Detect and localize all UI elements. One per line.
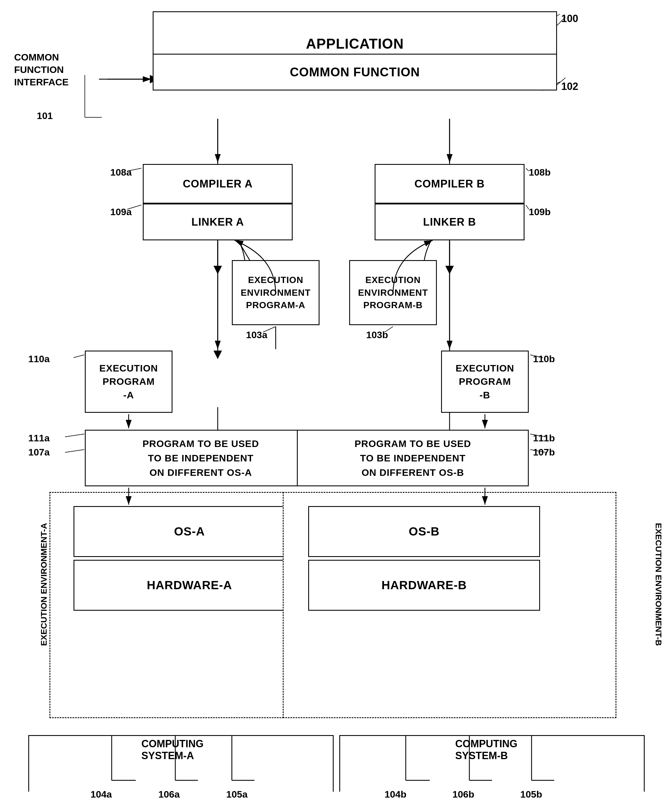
diagram: APPLICATION COMMON FUNCTION 100 102 COMM… [0,0,667,812]
ref-110b: 110b [533,353,555,365]
svg-line-69 [526,205,529,209]
linker-b-box: LINKER B [375,204,524,240]
svg-marker-8 [214,351,222,359]
svg-marker-5 [214,266,222,274]
ref-109b: 109b [529,206,551,217]
ref-104b: 104b [385,789,407,800]
hardware-b-box: HARDWARE-B [308,560,540,611]
computing-system-b-label: COMPUTINGSYSTEM-B [455,738,518,762]
os-a-box: OS-A [73,506,305,557]
exec-env-a-label: EXECUTION ENVIRONMENT-A [39,523,49,646]
ref-103a: 103a [246,330,267,340]
execution-prog-a-box: EXECUTIONPROGRAM-A [85,351,173,413]
ref-111b: 111b [533,433,555,444]
ref-109a: 109a [110,206,132,217]
ref-102: 102 [561,81,578,93]
ref-107a: 107a [28,447,50,458]
compiler-a-box: COMPILER A [143,164,293,204]
svg-line-68 [526,168,529,171]
hardware-a-box: HARDWARE-A [73,560,305,611]
exec-env-prog-a-box: EXECUTIONENVIRONMENTPROGRAM-A [232,260,320,325]
prog-independent-b-box: PROGRAM TO BE USEDTO BE INDEPENDENTON DI… [297,430,529,486]
svg-marker-10 [445,266,454,274]
ref-101: 101 [37,110,53,121]
common-function-box: COMMON FUNCTION [153,54,557,91]
linker-a-box: LINKER A [143,204,293,240]
ref-106a: 106a [158,789,180,800]
ref-110a: 110a [28,353,50,365]
svg-line-72 [65,434,84,437]
execution-prog-b-box: EXECUTIONPROGRAM-B [441,351,529,413]
ref-103b: 103b [366,330,388,340]
ref-105a: 105a [226,789,248,800]
ref-111a: 111a [28,433,50,444]
exec-env-b-label: EXECUTION ENVIRONMENT-B [654,523,663,646]
ref-108b: 108b [529,167,551,178]
ref-100: 100 [561,13,578,25]
ref-107b: 107b [533,447,555,458]
computing-system-a-label: COMPUTINGSYSTEM-A [141,738,204,762]
ref-106b: 106b [452,789,475,800]
prog-independent-a-box: PROGRAM TO BE USEDTO BE INDEPENDENTON DI… [85,430,317,486]
ref-104a: 104a [90,789,112,800]
os-b-box: OS-B [308,506,540,557]
compiler-b-box: COMPILER B [375,164,524,204]
common-function-interface-label: COMMONFUNCTIONINTERFACE [14,51,96,88]
ref-105b: 105b [520,789,542,800]
svg-line-73 [65,449,84,452]
ref-108a: 108a [110,167,132,178]
exec-env-prog-b-box: EXECUTIONENVIRONMENTPROGRAM-B [349,260,437,325]
svg-line-70 [73,355,84,358]
